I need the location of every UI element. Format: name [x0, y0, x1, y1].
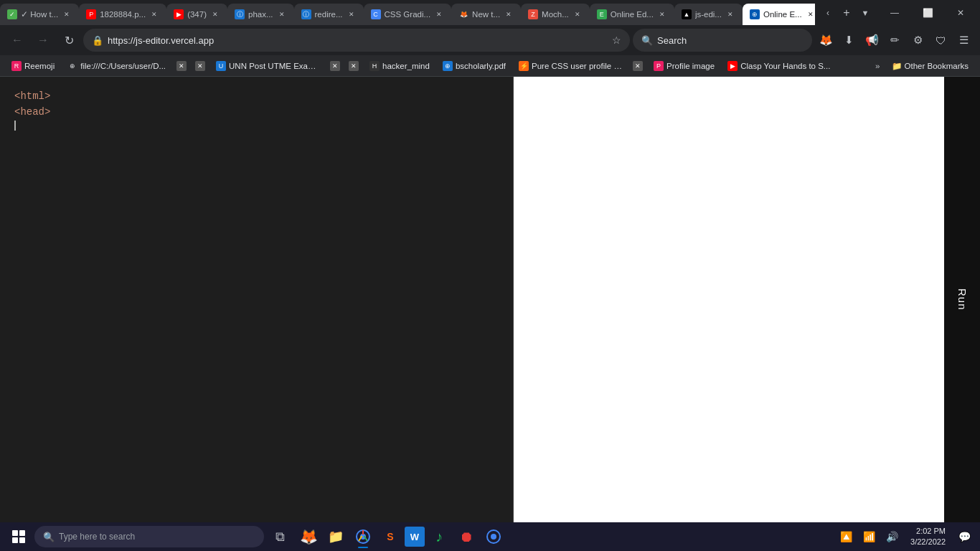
taskbar-obs[interactable]: ⏺	[453, 524, 479, 550]
taskbar-chrome[interactable]	[350, 524, 376, 550]
tab-close-button[interactable]: ✕	[725, 9, 735, 19]
titlebar: ✓✓ How t...✕P1828884.p...✕▶(347)✕ⓘphax..…	[0, 0, 980, 25]
volume-icon[interactable]: 🔊	[882, 527, 902, 547]
tab-title: ✓ How t...	[21, 9, 58, 19]
bookmark-css-profile[interactable]: ⚡ Pure CSS user profile s...	[513, 59, 628, 73]
close-button[interactable]: ✕	[944, 0, 977, 25]
back-button[interactable]: ←	[6, 29, 29, 52]
editor-pane[interactable]: <html> <head>	[0, 77, 513, 522]
bookmark-star-icon[interactable]: ☆	[612, 34, 621, 46]
bookmark-label: Pure CSS user profile s...	[532, 62, 622, 70]
tab-tab7[interactable]: 🦊New t...✕	[451, 4, 521, 25]
bookmark-x5[interactable]: ✕	[629, 59, 646, 73]
tab-tab5[interactable]: ⓘredire...✕	[294, 4, 364, 25]
more-bookmarks-button[interactable]: »	[871, 60, 884, 72]
lock-icon: 🔒	[92, 35, 103, 46]
tabs-dropdown-button[interactable]: ▼	[857, 4, 874, 22]
bookmark-unn[interactable]: U UNN Post UTME Exam...	[210, 59, 325, 73]
editor-cursor	[14, 121, 16, 131]
tab-close-button[interactable]: ✕	[210, 9, 220, 19]
refresh-button[interactable]: ↻	[57, 29, 80, 52]
tab-tab9[interactable]: EOnline Ed...✕	[590, 4, 674, 25]
code-line-3	[14, 121, 499, 131]
other-bookmarks[interactable]: 📁 Other Bookmarks	[886, 59, 974, 73]
network-icon[interactable]: 📶	[859, 527, 879, 547]
bookmark-label: UNN Post UTME Exam...	[229, 62, 319, 70]
tab-tab3[interactable]: ▶(347)✕	[166, 4, 227, 25]
bookmark-favicon: ⚡	[519, 61, 529, 71]
tab-tab8[interactable]: ZMoch...✕	[521, 4, 590, 25]
media-button[interactable]: 📢	[861, 29, 882, 51]
code-html-tag: <html>	[14, 88, 50, 104]
bookmark-x2[interactable]: ✕	[192, 59, 209, 73]
taskbar-word[interactable]: W	[405, 527, 425, 547]
taskbar-file-explorer[interactable]: 📁	[323, 524, 349, 550]
bookmark-clasp[interactable]: ▶ Clasp Your Hands to S...	[722, 59, 836, 73]
run-button[interactable]: Run	[956, 281, 969, 318]
svg-point-3	[491, 534, 496, 540]
shield-button[interactable]: 🛡	[930, 29, 951, 51]
taskbar-clock[interactable]: 2:02 PM 3/22/2022	[908, 524, 948, 550]
tab-tab6[interactable]: CCSS Gradi...✕	[364, 4, 452, 25]
bookmark-x4[interactable]: ✕	[345, 59, 362, 73]
minimize-button[interactable]: —	[878, 0, 911, 25]
tab-tab1[interactable]: ✓✓ How t...✕	[0, 4, 79, 25]
bookmark-favicon: U	[216, 61, 226, 71]
bookmark-label: Reemoji	[24, 62, 55, 70]
tab-tab2[interactable]: P1828884.p...✕	[79, 4, 166, 25]
chrome-icon	[356, 529, 370, 544]
bookmark-favicon: ⊕	[443, 61, 453, 71]
bookmark-x3[interactable]: ✕	[326, 59, 344, 73]
download-button[interactable]: ⬇	[838, 29, 859, 51]
bookmark-hacker-mind[interactable]: H hacker_mind	[364, 59, 435, 73]
firefox-account-button[interactable]: 🦊	[815, 29, 837, 51]
bookmark-favicon: H	[369, 61, 380, 71]
forward-button[interactable]: →	[32, 29, 55, 52]
code-line-1: <html>	[14, 88, 499, 104]
code-head-tag: <head>	[14, 104, 50, 120]
taskbar-search[interactable]: 🔍 Type here to search	[34, 526, 264, 547]
tab-tab11[interactable]: ⊕Online E...✕	[743, 4, 815, 25]
tab-close-button[interactable]: ✕	[434, 9, 444, 19]
bookmark-file[interactable]: ⊕ file:///C:/Users/user/D...	[62, 59, 171, 73]
tab-favicon: 🦊	[458, 9, 468, 19]
tab-close-button[interactable]: ✕	[62, 9, 72, 19]
bookmark-profile-image[interactable]: P Profile image	[648, 59, 720, 73]
taskbar-firefox[interactable]: 🦊	[296, 524, 321, 550]
tab-close-button[interactable]: ✕	[504, 9, 514, 19]
nav-toolbar: 🦊 ⬇ 📢 ✏ ⚙ 🛡 ☰	[815, 29, 974, 51]
bookmark-x1[interactable]: ✕	[173, 59, 190, 73]
tab-close-button[interactable]: ✕	[806, 9, 815, 19]
bookmark-bscholarly[interactable]: ⊕ bscholarly.pdf	[437, 59, 512, 73]
bookmarks-more: » 📁 Other Bookmarks	[871, 59, 974, 73]
tab-tab10[interactable]: ▲js-edi...✕	[674, 4, 743, 25]
tabs-container: ✓✓ How t...✕P1828884.p...✕▶(347)✕ⓘphax..…	[0, 0, 815, 25]
task-view-button[interactable]: ⧉	[267, 524, 293, 550]
taskbar-sublime[interactable]: S	[377, 524, 403, 550]
url-text: https://js-editor.vercel.app	[108, 35, 608, 46]
tab-title: Online E...	[763, 10, 802, 19]
address-bar[interactable]: 🔒 https://js-editor.vercel.app ☆	[83, 29, 630, 52]
main-content: <html> <head> Run	[0, 77, 980, 522]
system-tray-expand[interactable]: 🔼	[836, 527, 856, 547]
search-bar[interactable]: 🔍 Search	[633, 29, 812, 52]
notification-button[interactable]: 💬	[954, 527, 974, 547]
new-tab-button[interactable]: +	[838, 4, 855, 22]
tab-close-button[interactable]: ✕	[149, 9, 159, 19]
tab-close-button[interactable]: ✕	[573, 9, 583, 19]
tab-close-button[interactable]: ✕	[277, 9, 287, 19]
bookmark-reemoji[interactable]: R Reemoji	[6, 59, 60, 73]
tab-tab4[interactable]: ⓘphax...✕	[227, 4, 294, 25]
start-button[interactable]	[6, 524, 32, 550]
pen-button[interactable]: ✏	[884, 29, 905, 51]
menu-button[interactable]: ☰	[953, 29, 974, 51]
clock-time: 2:02 PM	[910, 526, 946, 537]
taskbar-spotify[interactable]: ♪	[426, 524, 452, 550]
settings-button[interactable]: ⚙	[907, 29, 928, 51]
tab-favicon: ▲	[682, 9, 692, 19]
maximize-button[interactable]: ⬜	[911, 0, 944, 25]
tab-close-button[interactable]: ✕	[657, 9, 667, 19]
tab-close-button[interactable]: ✕	[347, 9, 357, 19]
taskbar-chrome2[interactable]	[481, 524, 507, 550]
tabs-scroll-left[interactable]: ‹	[819, 4, 837, 22]
